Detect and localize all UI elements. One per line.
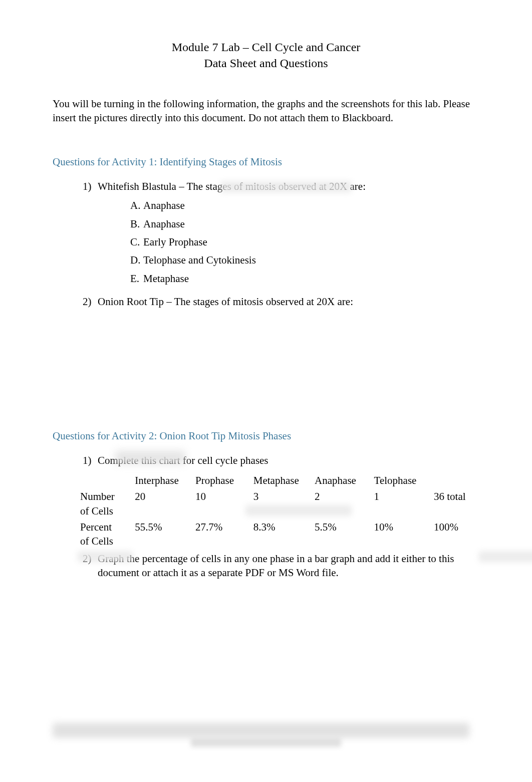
blur-overlay (245, 505, 352, 516)
question-2: 2) Graph the percentage of cells in any … (83, 552, 479, 580)
activity1-questions: 1) Whitefish Blastula – The stages of mi… (53, 179, 479, 309)
table-header-row: Interphase Prophase Metaphase Anaphase T… (80, 472, 479, 488)
item-letter: B. (130, 217, 143, 231)
intro-screenshots: screenshots (341, 98, 390, 110)
activity1-heading: Questions for Activity 1: Identifying St… (53, 155, 479, 169)
table-header: Prophase (195, 472, 253, 488)
table-header: Anaphase (315, 472, 374, 488)
document-page: Module 7 Lab – Cell Cycle and Cancer Dat… (0, 0, 532, 580)
intro-text: and the (308, 98, 341, 110)
table-cell: 36 total (434, 488, 479, 519)
list-item: A. Anaphase (130, 198, 479, 212)
intro-text: the pictures directly into this document… (79, 112, 393, 124)
title-block: Module 7 Lab – Cell Cycle and Cancer Dat… (53, 39, 479, 72)
table-cell: 5.5% (315, 519, 374, 550)
item-text: Early Prophase (143, 235, 207, 249)
table-cell (80, 472, 135, 488)
table-cell: 100% (434, 519, 479, 550)
table-cell: 8.3% (253, 519, 315, 550)
page-title-line1: Module 7 Lab – Cell Cycle and Cancer (53, 39, 479, 55)
list-item: B. Anaphase (130, 217, 479, 231)
intro-paragraph: You will be turning in the following inf… (53, 97, 479, 125)
blur-overlay (220, 181, 352, 192)
item-text: Anaphase (143, 217, 185, 231)
item-letter: C. (130, 235, 143, 249)
answer-list: A. Anaphase B. Anaphase C. Early Prophas… (83, 198, 479, 286)
page-title-line2: Data Sheet and Questions (53, 55, 479, 71)
item-text: Metaphase (143, 272, 189, 286)
item-letter: A. (130, 198, 143, 212)
list-item: D. Telophase and Cytokinesis (130, 253, 479, 267)
table-header: Telophase (374, 472, 434, 488)
footer-text-blur (191, 738, 341, 747)
table-cell: 55.5% (135, 519, 195, 550)
table-cell: 10% (374, 519, 434, 550)
table-row: Percentof Cells 55.5% 27.7% 8.3% 5.5% 10… (80, 519, 479, 550)
table-header: Interphase (135, 472, 195, 488)
table-cell: 20 (135, 488, 195, 519)
list-item: C. Early Prophase (130, 235, 479, 249)
question-number: 2) (83, 295, 98, 309)
blank-space (53, 314, 479, 424)
table-cell: Numberof Cells (80, 488, 135, 519)
blur-overlay (115, 451, 185, 464)
item-letter: D. (130, 253, 143, 267)
item-letter: E. (130, 272, 143, 286)
question-text: Onion Root Tip – The stages of mitosis o… (98, 295, 353, 309)
intro-graphs: graphs (277, 98, 305, 110)
table-cell: 1 (374, 488, 434, 519)
table-header: Metaphase (253, 472, 315, 488)
footer-blur-bar (53, 723, 469, 738)
table-cell (434, 472, 479, 488)
question-2: 2) Onion Root Tip – The stages of mitosi… (83, 295, 479, 309)
question-text: Graph the percentage of cells in any one… (98, 552, 478, 580)
blur-overlay (78, 551, 133, 562)
intro-text: for this lab. Please (392, 98, 470, 110)
table-cell: Percentof Cells (80, 519, 135, 550)
table-cell: 10 (195, 488, 253, 519)
blur-overlay (479, 551, 532, 562)
activity2-heading: Questions for Activity 2: Onion Root Tip… (53, 429, 479, 443)
item-text: Telophase and Cytokinesis (143, 253, 256, 267)
question-number: 1) (83, 179, 98, 193)
table-cell: 27.7% (195, 519, 253, 550)
question-number: 1) (83, 453, 98, 467)
item-text: Anaphase (143, 198, 185, 212)
list-item: E. Metaphase (130, 272, 479, 286)
intro-text: You will be turning in the following inf… (53, 98, 277, 110)
intro-insert: insert (53, 112, 76, 124)
